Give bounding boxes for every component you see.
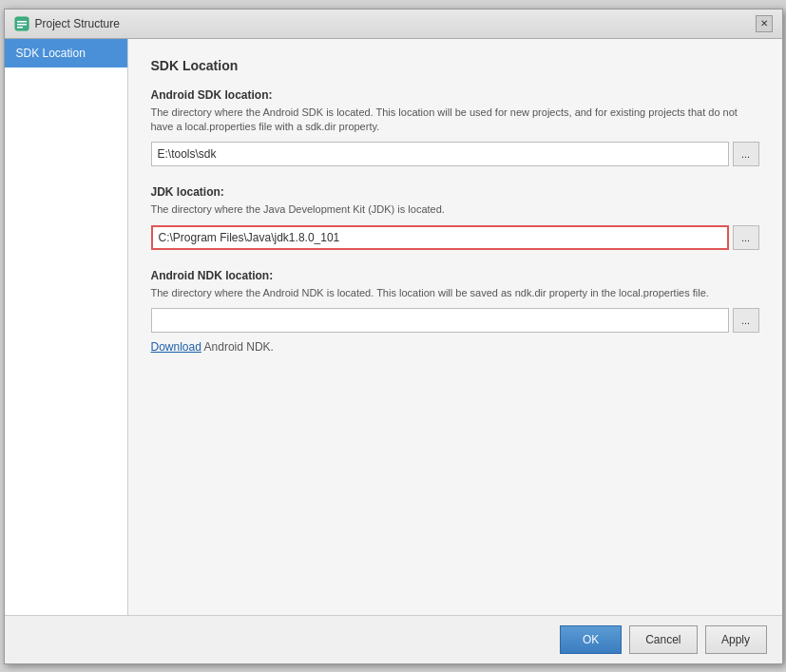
svg-rect-1 — [17, 21, 27, 23]
download-ndk-link[interactable]: Download — [151, 340, 201, 354]
svg-rect-2 — [17, 24, 27, 26]
download-ndk-text: Android NDK. — [204, 340, 274, 354]
jdk-input[interactable] — [151, 225, 729, 250]
cancel-button[interactable]: Cancel — [629, 625, 697, 654]
jdk-label: JDK location: — [151, 185, 759, 199]
android-ndk-field-group: Android NDK location: The directory wher… — [151, 269, 759, 354]
android-sdk-input-row: ... — [151, 142, 759, 166]
title-bar-left: Project Structure — [14, 16, 120, 31]
close-button[interactable]: ✕ — [756, 15, 773, 32]
project-icon — [14, 16, 29, 31]
android-sdk-label: Android SDK location: — [151, 88, 759, 102]
jdk-desc: The directory where the Java Development… — [151, 202, 759, 217]
android-sdk-desc: The directory where the Android SDK is l… — [151, 106, 759, 135]
dialog-body: SDK Location SDK Location Android SDK lo… — [5, 39, 782, 615]
apply-button[interactable]: Apply — [705, 625, 767, 654]
main-content: SDK Location Android SDK location: The d… — [128, 39, 782, 615]
section-title: SDK Location — [151, 58, 759, 73]
dialog-title: Project Structure — [35, 17, 120, 30]
android-sdk-field-group: Android SDK location: The directory wher… — [151, 88, 759, 167]
android-sdk-input[interactable] — [151, 142, 729, 166]
jdk-input-row: ... — [151, 225, 759, 250]
android-ndk-label: Android NDK location: — [151, 269, 759, 282]
download-ndk-line: Download Android NDK. — [151, 340, 759, 354]
android-ndk-input[interactable] — [151, 308, 729, 333]
jdk-field-group: JDK location: The directory where the Ja… — [151, 185, 759, 249]
project-structure-dialog: Project Structure ✕ SDK Location SDK Loc… — [4, 9, 783, 664]
android-ndk-input-row: ... — [151, 308, 759, 333]
android-sdk-browse-button[interactable]: ... — [733, 142, 759, 166]
ok-button[interactable]: OK — [560, 625, 622, 654]
sidebar: SDK Location — [5, 39, 128, 615]
android-ndk-desc: The directory where the Android NDK is l… — [151, 286, 759, 300]
dialog-footer: OK Cancel Apply — [5, 615, 782, 663]
sidebar-item-sdk-location[interactable]: SDK Location — [5, 39, 127, 67]
jdk-browse-button[interactable]: ... — [733, 225, 759, 250]
title-bar: Project Structure ✕ — [5, 10, 782, 39]
android-ndk-browse-button[interactable]: ... — [733, 308, 759, 333]
svg-rect-3 — [17, 27, 23, 29]
